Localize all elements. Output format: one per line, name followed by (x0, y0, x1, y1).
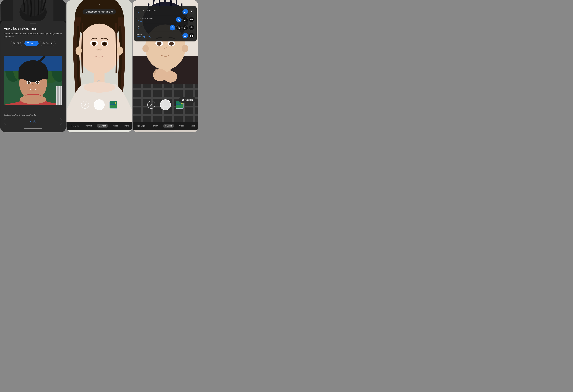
svg-rect-27 (58, 86, 59, 105)
retouching-smooth-icon (190, 18, 193, 21)
svg-rect-108 (190, 35, 193, 37)
svg-point-32 (75, 46, 82, 55)
captured-credit: Captured on Pixel 3, Pixel 4, or Pixel 4… (4, 114, 62, 116)
toast-text: Smooth face retouching is on (86, 11, 113, 13)
gear-icon (181, 98, 184, 101)
svg-line-6 (14, 42, 15, 44)
mode3-night-sight[interactable]: Night Sight (135, 124, 146, 127)
off-icon (13, 42, 16, 44)
option-subtle[interactable]: Subtle (24, 41, 39, 46)
mode-portrait[interactable]: Portrait (84, 124, 93, 127)
timer-3s-btn[interactable]: 3 (182, 25, 188, 31)
selfie-illumination-title: SELFIE ILLUMINATION (136, 10, 182, 12)
svg-point-45 (84, 82, 115, 93)
subtle-icon (27, 42, 29, 44)
camera-mode-bar-3: Night Sight Portrait Camera Video More (133, 122, 198, 130)
face-preview-svg (4, 48, 62, 112)
face-retouching-value-text: Off (136, 20, 139, 22)
svg-point-31 (78, 23, 120, 74)
svg-point-23 (36, 81, 39, 84)
face-retouching-label: FACE RETOUCHING Off i (136, 18, 176, 22)
mode3-more[interactable]: More (189, 124, 196, 127)
mode3-portrait[interactable]: Portrait (150, 124, 159, 127)
ratio-square-btn[interactable] (189, 33, 194, 38)
home-indicator (24, 128, 42, 129)
svg-rect-26 (57, 86, 58, 105)
shutter-button[interactable] (94, 99, 105, 110)
retouching-smooth-btn[interactable] (189, 17, 194, 22)
timer-off2-icon (178, 26, 180, 29)
phone-2: ⌄ Smooth face retouching is on (67, 0, 132, 132)
phone-1: Apply face retouching Face retouching ad… (0, 0, 66, 132)
svg-point-42 (103, 42, 106, 45)
svg-point-58 (169, 42, 174, 46)
selfie-illumination-value: Off (136, 12, 182, 14)
camera-controls (67, 99, 132, 110)
timer-label: TIMER Off (136, 26, 170, 30)
shutter-button-3[interactable] (160, 99, 171, 110)
svg-line-74 (184, 11, 186, 13)
timer-10s-icon (190, 26, 193, 29)
svg-point-48 (115, 102, 116, 104)
svg-rect-3 (0, 0, 13, 21)
off-label: OFF (17, 42, 21, 44)
svg-point-43 (96, 49, 99, 51)
timer-3s-icon: 3 (184, 26, 187, 29)
timer-10s-btn[interactable] (189, 25, 194, 31)
svg-rect-28 (60, 86, 61, 105)
flip-camera-button-3[interactable] (147, 101, 155, 109)
svg-point-106 (191, 28, 192, 28)
selfie-illum-off-btn[interactable] (182, 9, 188, 15)
svg-point-33 (117, 46, 123, 55)
settings-button[interactable]: Settings (179, 97, 196, 103)
timer-off-btn[interactable] (170, 25, 175, 31)
apply-button[interactable]: Apply (4, 118, 62, 125)
svg-point-21 (28, 81, 30, 84)
settings-label-text: Settings (185, 99, 193, 101)
retouching-options: OFF Subtle Smooth (4, 41, 62, 46)
ratio-title: RATIO (136, 34, 182, 36)
sheet-title: Apply face retouching (4, 27, 62, 31)
svg-rect-107 (184, 35, 186, 37)
toast-notification: Smooth face retouching is on (83, 9, 116, 15)
settings-ratio: RATIO Wide crop (16:9) (136, 32, 194, 40)
mode3-video[interactable]: Video (178, 124, 185, 127)
svg-text:i: i (141, 20, 141, 21)
retouching-off-btn[interactable] (176, 17, 181, 22)
svg-point-53 (143, 45, 149, 53)
mode-video[interactable]: Video (112, 124, 119, 127)
flip-camera-icon-3 (149, 103, 153, 107)
mode-night-sight[interactable]: Night Sight (69, 124, 81, 127)
svg-rect-4 (53, 0, 65, 21)
ratio-wide-btn[interactable] (182, 33, 188, 38)
ratio-wide-icon (184, 34, 187, 37)
flip-camera-button[interactable] (81, 101, 89, 109)
camera-viewfinder: ⌄ Smooth face retouching is on (67, 0, 132, 122)
settings-face-retouching: FACE RETOUCHING Off i (136, 16, 194, 24)
ratio-label: RATIO Wide crop (16:9) (136, 34, 182, 38)
selfie-on-icon (190, 10, 193, 13)
svg-rect-19 (18, 71, 48, 79)
gallery-thumbnail-img (110, 101, 117, 109)
timer-off2-btn[interactable] (176, 25, 181, 31)
gallery-thumbnail[interactable] (109, 101, 117, 109)
retouching-subtle-icon (184, 18, 187, 21)
ratio-icons (182, 33, 194, 38)
home-indicator-2 (90, 131, 108, 131)
hair-background (0, 0, 66, 21)
svg-point-54 (182, 45, 188, 53)
retouching-subtle-btn[interactable] (182, 17, 188, 22)
svg-point-44 (99, 49, 102, 51)
retouching-off-icon (178, 18, 180, 21)
mode-more[interactable]: More (123, 124, 130, 127)
option-smooth[interactable]: Smooth (40, 41, 55, 46)
collapse-arrow[interactable]: ⌄ (98, 2, 101, 5)
selfie-illum-on-btn[interactable] (189, 9, 194, 15)
face-retouching-value: Off i (136, 19, 176, 22)
svg-point-75 (191, 11, 192, 12)
mode-camera[interactable]: Camera (97, 124, 108, 127)
option-off[interactable]: OFF (11, 41, 23, 46)
smooth-icon (42, 42, 45, 44)
mode3-camera[interactable]: Camera (163, 124, 174, 127)
svg-point-61 (164, 71, 177, 83)
